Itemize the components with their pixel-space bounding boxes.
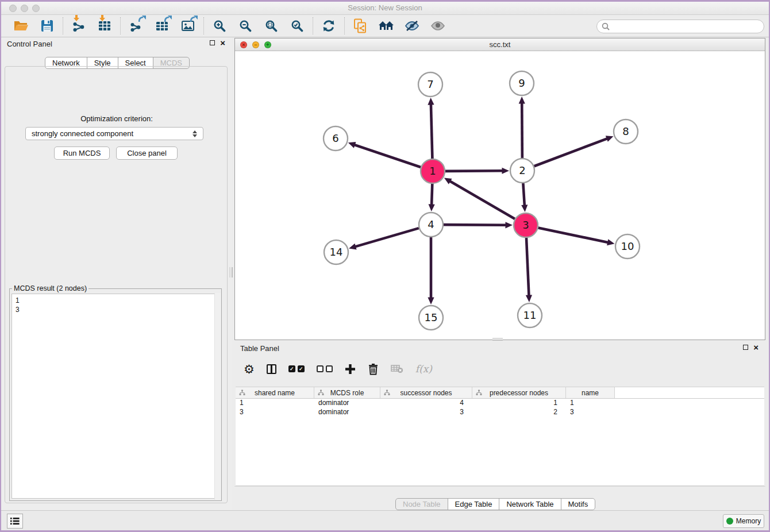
- network-window-titlebar[interactable]: × − + scc.txt: [235, 38, 765, 51]
- export-arrow-icon: [190, 15, 198, 25]
- tab-motifs[interactable]: Motifs: [561, 498, 596, 510]
- graph-node-7[interactable]: 7: [418, 72, 442, 97]
- graph-node-2[interactable]: 2: [510, 159, 534, 183]
- edge-1-2[interactable]: [445, 168, 509, 174]
- hierarchy-icon: [476, 390, 482, 398]
- table-cell[interactable]: 1: [566, 399, 615, 408]
- graph-node-4[interactable]: 4: [419, 213, 443, 237]
- edge-2-3[interactable]: [521, 183, 528, 212]
- graph-node-15[interactable]: 15: [419, 306, 443, 330]
- edge-2-8[interactable]: [534, 136, 614, 166]
- edge-4-3[interactable]: [444, 222, 513, 228]
- edge-4-15[interactable]: [428, 237, 434, 304]
- export-image-icon[interactable]: [180, 18, 196, 34]
- graph-node-6[interactable]: 6: [324, 126, 348, 151]
- memory-status-dot: [726, 518, 733, 525]
- edge-3-11[interactable]: [526, 238, 532, 302]
- graph-node-10[interactable]: 10: [615, 234, 640, 259]
- table-cell[interactable]: 4: [380, 399, 472, 408]
- open-session-icon[interactable]: [13, 18, 29, 34]
- table-cell[interactable]: 1: [236, 399, 314, 408]
- svg-text:10: 10: [621, 240, 634, 252]
- memory-label: Memory: [736, 517, 761, 525]
- hierarchy-icon: [384, 390, 390, 398]
- edge-1-7[interactable]: [428, 98, 434, 159]
- mcds-result-list[interactable]: 13: [11, 294, 220, 499]
- panel-divider-grip[interactable]: [492, 338, 503, 341]
- search-icon: [602, 22, 610, 30]
- zoom-selected-icon[interactable]: [289, 18, 305, 34]
- table-cell[interactable]: 3: [380, 408, 472, 417]
- edge-1-6[interactable]: [348, 142, 421, 167]
- table-row[interactable]: 1dominator411: [236, 399, 764, 408]
- search-input[interactable]: [613, 22, 759, 31]
- column-header-successor-nodes[interactable]: successor nodes: [380, 387, 472, 398]
- zoom-in-icon[interactable]: [211, 18, 228, 34]
- delete-column-trash-icon[interactable]: [368, 361, 379, 376]
- column-header-name[interactable]: name: [566, 387, 615, 398]
- delete-table-icon-disabled: [391, 361, 403, 376]
- edge-2-9[interactable]: [519, 97, 525, 158]
- close-panel-button[interactable]: Close panel: [116, 147, 178, 160]
- graph-node-11[interactable]: 11: [518, 303, 542, 327]
- svg-text:14: 14: [330, 246, 343, 258]
- float-panel-icon[interactable]: [210, 40, 215, 45]
- select-all-columns-icon[interactable]: ✓✓: [288, 361, 305, 376]
- panel-divider-grip[interactable]: [229, 267, 233, 277]
- graph-node-14[interactable]: 14: [324, 240, 348, 264]
- table-cell[interactable]: dominator: [314, 399, 380, 408]
- graph-node-1[interactable]: 1: [421, 159, 445, 183]
- memory-button[interactable]: Memory: [723, 514, 764, 528]
- criterion-value: strongly connected component: [32, 129, 192, 138]
- hide-eye-slash-icon[interactable]: [404, 18, 420, 34]
- copy-network-icon[interactable]: [352, 18, 368, 34]
- tab-edge-table[interactable]: Edge Table: [448, 498, 500, 510]
- control-panel: Control Panel × NetworkStyleSelectMCDS O…: [1, 37, 232, 510]
- import-network-icon[interactable]: [71, 18, 87, 34]
- edge-3-1[interactable]: [444, 178, 515, 219]
- edge-1-4[interactable]: [429, 184, 435, 211]
- deselect-all-columns-icon[interactable]: [317, 361, 333, 376]
- import-table-icon[interactable]: [97, 18, 113, 34]
- houses-icon[interactable]: [378, 18, 394, 34]
- svg-text:6: 6: [332, 132, 338, 144]
- search-box[interactable]: [596, 20, 764, 33]
- zoom-fit-icon[interactable]: [263, 18, 279, 34]
- table-cell[interactable]: 1: [472, 399, 566, 408]
- graph-node-3[interactable]: 3: [514, 213, 538, 237]
- export-network-icon[interactable]: [128, 18, 144, 34]
- task-history-button[interactable]: [7, 514, 23, 529]
- show-columns-icon[interactable]: [267, 361, 276, 376]
- table-cell[interactable]: 3: [236, 408, 314, 417]
- export-table-icon[interactable]: [154, 18, 170, 34]
- show-eye-icon[interactable]: [430, 18, 446, 34]
- zoom-out-icon[interactable]: [237, 18, 253, 34]
- graph-node-8[interactable]: 8: [614, 119, 638, 144]
- column-header-MCDS-role[interactable]: MCDS role: [314, 387, 380, 398]
- tab-network-table[interactable]: Network Table: [499, 498, 561, 510]
- column-header-shared-name[interactable]: shared name: [236, 387, 314, 398]
- float-panel-icon[interactable]: [743, 345, 748, 350]
- network-graph[interactable]: 1234678910111415: [235, 51, 765, 340]
- export-arrow-icon: [138, 15, 147, 25]
- close-panel-icon[interactable]: ×: [753, 344, 759, 350]
- scrollbar-track[interactable]: [214, 293, 221, 500]
- criterion-select[interactable]: strongly connected component: [25, 127, 203, 140]
- run-mcds-button[interactable]: Run MCDS: [54, 147, 110, 160]
- edge-4-14[interactable]: [349, 228, 419, 249]
- edge-3-10[interactable]: [538, 228, 615, 246]
- table-cell[interactable]: dominator: [314, 408, 380, 417]
- column-header-predecessor-nodes[interactable]: predecessor nodes: [472, 387, 566, 398]
- table-body: 1dominator4113dominator323: [236, 399, 764, 417]
- refresh-icon[interactable]: [321, 18, 337, 34]
- optimization-criterion-label: Optimization criterion:: [1, 114, 232, 123]
- close-panel-icon[interactable]: ×: [220, 40, 225, 46]
- add-column-icon[interactable]: [345, 361, 356, 376]
- table-row[interactable]: 3dominator323: [236, 408, 764, 417]
- save-session-icon[interactable]: [39, 18, 55, 34]
- table-cell[interactable]: 2: [472, 408, 566, 417]
- table-settings-gear-icon[interactable]: ⚙: [244, 361, 255, 376]
- table-cell[interactable]: 3: [566, 408, 615, 417]
- graph-node-9[interactable]: 9: [510, 71, 534, 95]
- tab-node-table[interactable]: Node Table: [395, 498, 448, 510]
